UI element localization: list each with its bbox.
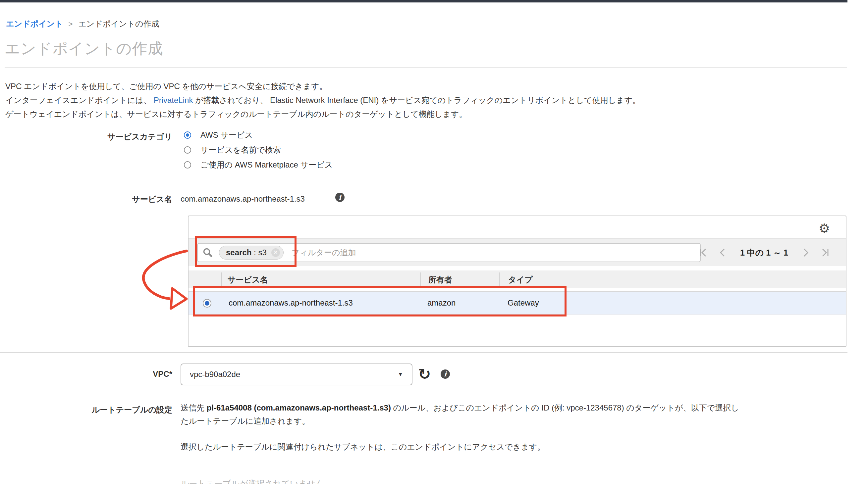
route-table-description: 送信先 pl-61a54008 (com.amazonaws.ap-northe… (181, 401, 837, 428)
pagination-prev-icon[interactable] (719, 248, 725, 257)
vpc-select[interactable]: vpc-b90a02de ▼ (181, 363, 412, 385)
pagination-label: 1 中の 1 ～ 1 (740, 247, 788, 258)
top-navigation-bar (0, 0, 847, 3)
vpc-label: VPC* (0, 369, 172, 379)
service-table-panel: ⚙ search : s3 ✕ フィルターの追加 (188, 216, 846, 347)
cell-service-name: com.amazonaws.ap-northeast-1.s3 (228, 298, 353, 308)
radio-selected-icon[interactable] (184, 131, 191, 139)
pagination-last-icon[interactable] (820, 248, 829, 257)
radio-label: ご使用の AWS Marketplace サービス (200, 160, 333, 170)
privatelink-link[interactable]: PrivateLink (154, 96, 193, 105)
service-name-value: com.amazonaws.ap-northeast-1.s3 (181, 194, 305, 203)
column-header-owner[interactable]: 所有者 (428, 275, 452, 285)
section-divider (0, 352, 847, 353)
annotation-arrow (136, 242, 195, 315)
column-divider (221, 272, 222, 286)
title-divider (5, 67, 847, 68)
pagination-next-icon[interactable] (803, 248, 809, 257)
column-header-type[interactable]: タイプ (508, 275, 533, 285)
vpc-endpoint-create-page: エンドポイント > エンドポイントの作成 エンドポイントの作成 VPC エンドポ… (0, 0, 868, 484)
cell-owner: amazon (427, 298, 456, 308)
row-radio-selected-icon[interactable] (203, 299, 211, 308)
remove-filter-icon[interactable]: ✕ (271, 248, 280, 257)
vpc-selected-value: vpc-b90a02de (190, 370, 240, 379)
table-search-strip: search : s3 ✕ フィルターの追加 1 中の 1 ～ 1 (188, 238, 846, 266)
intro-line-3: ゲートウェイエンドポイントは、サービスに対するトラフィックのルートテーブル内のル… (5, 107, 641, 121)
column-divider (499, 272, 500, 286)
intro-text: VPC エンドポイントを使用して、ご使用の VPC を他のサービスへ安全に接続で… (5, 79, 641, 121)
window-right-border (867, 0, 867, 484)
radio-label: AWS サービス (200, 130, 253, 140)
service-category-label: サービスカテゴリ (0, 131, 172, 142)
route-table-label: ルートテーブルの設定 (0, 405, 172, 415)
radio-option-aws-service[interactable]: AWS サービス (184, 131, 253, 139)
filter-tag-key: search (226, 248, 251, 257)
radio-label: サービスを名前で検索 (200, 145, 281, 155)
search-filter-tag[interactable]: search : s3 ✕ (219, 246, 284, 260)
table-header-row: サービス名 所有者 タイプ (188, 270, 846, 288)
prefix-list-id: pl-61a54008 (com.amazonaws.ap-northeast-… (207, 403, 391, 412)
radio-option-marketplace[interactable]: ご使用の AWS Marketplace サービス (184, 161, 333, 169)
gear-icon[interactable]: ⚙ (819, 222, 830, 235)
breadcrumb-endpoints-link[interactable]: エンドポイント (6, 19, 63, 28)
breadcrumb-separator: > (69, 20, 73, 28)
column-divider (421, 272, 421, 286)
breadcrumb-current: エンドポイントの作成 (78, 19, 159, 28)
pagination: 1 中の 1 ～ 1 (699, 239, 829, 266)
page-title: エンドポイントの作成 (5, 38, 163, 59)
info-icon[interactable]: i (441, 369, 450, 379)
filter-tag-value: : s3 (251, 248, 266, 257)
breadcrumb: エンドポイント > エンドポイントの作成 (6, 19, 159, 29)
refresh-icon[interactable]: ↻ (418, 365, 431, 383)
chevron-down-icon: ▼ (398, 371, 403, 378)
table-row-s3-service[interactable]: com.amazonaws.ap-northeast-1.s3 amazon G… (188, 291, 846, 315)
search-placeholder: フィルターの追加 (291, 247, 356, 258)
radio-unselected-icon[interactable] (184, 161, 191, 168)
service-name-label: サービス名 (0, 194, 172, 204)
info-icon[interactable]: i (335, 193, 345, 202)
radio-unselected-icon[interactable] (184, 146, 191, 154)
cell-type: Gateway (507, 298, 539, 308)
intro-line-1: VPC エンドポイントを使用して、ご使用の VPC を他のサービスへ安全に接続で… (5, 79, 641, 93)
search-input[interactable]: search : s3 ✕ フィルターの追加 (197, 243, 701, 262)
column-header-service-name[interactable]: サービス名 (227, 275, 268, 285)
route-table-subnet-note: 選択したルートテーブルに関連付けられたサブネットは、このエンドポイントにアクセス… (181, 440, 837, 454)
intro-line-2: インターフェイスエンドポイントには、 PrivateLink が搭載されており、… (5, 93, 641, 107)
no-route-table-selected-note: ルートテーブルが選択されていません (181, 478, 324, 484)
search-icon (203, 247, 213, 258)
radio-option-search-by-name[interactable]: サービスを名前で検索 (184, 146, 281, 154)
pagination-first-icon[interactable] (699, 248, 708, 257)
